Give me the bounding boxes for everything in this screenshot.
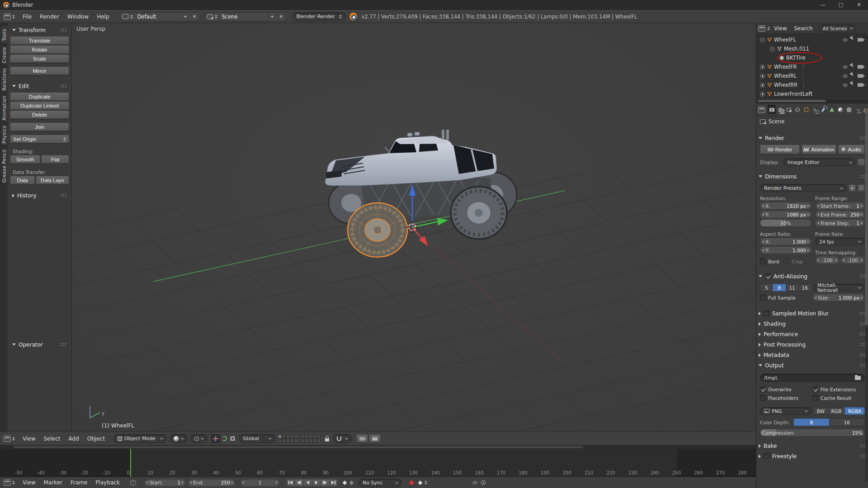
overwrite-checkbox[interactable]: Overwrite <box>760 386 811 392</box>
duplicate-linked-button[interactable]: Duplicate Linked <box>10 101 69 110</box>
pointer-icon[interactable] <box>849 63 856 70</box>
tab-relations[interactable]: Relations <box>0 66 8 93</box>
camera-icon[interactable] <box>858 74 863 78</box>
tab-material[interactable] <box>836 105 844 114</box>
viewport-3d[interactable]: y User Persp (1) WheelFL <box>72 23 756 432</box>
tab-render[interactable] <box>768 105 776 114</box>
view3d-menu-view[interactable]: View <box>19 436 39 442</box>
history-panel-header[interactable]: History <box>10 191 69 200</box>
keying-set-button[interactable] <box>341 478 348 487</box>
cache-result-checkbox[interactable]: Cache Result <box>812 395 851 401</box>
manipulator-rotate-toggle[interactable] <box>220 434 229 443</box>
remap-old-field[interactable]: :100 <box>815 256 840 264</box>
tab-scene[interactable] <box>785 105 793 114</box>
tab-modifiers[interactable] <box>819 105 827 114</box>
menu-render[interactable]: Render <box>36 14 63 20</box>
increment-icon[interactable] <box>182 481 184 484</box>
view3d-menu-add[interactable]: Add <box>65 436 83 442</box>
jump-to-end-button[interactable] <box>329 479 338 487</box>
aa-size-field[interactable]: Size:1.000 px <box>812 294 865 301</box>
current-frame-field[interactable]: 1 <box>240 479 280 487</box>
aa-samples-11[interactable]: 11 <box>786 284 798 291</box>
rotate-button[interactable]: Rotate <box>10 45 69 54</box>
eye-icon[interactable] <box>843 84 848 87</box>
pivot-dropdown[interactable] <box>190 434 208 443</box>
orientation-dropdown[interactable]: Global <box>239 434 275 443</box>
remap-new-field[interactable]: :100 <box>840 256 865 264</box>
animation-button[interactable]: Animation <box>802 145 836 154</box>
file-extensions-checkbox[interactable]: File Extensions <box>812 386 856 392</box>
editor-arrows-icon[interactable] <box>12 437 15 441</box>
editor-type-icon[interactable] <box>4 14 11 20</box>
decrement-icon[interactable] <box>190 481 192 484</box>
end-frame-field[interactable]: End: 250 <box>188 479 236 487</box>
tab-grease-pencil[interactable]: Grease Pencil <box>0 147 8 184</box>
depth-16[interactable]: 16 <box>829 418 865 426</box>
data-layout-button[interactable]: Data Layo <box>36 176 69 184</box>
drag-dots-icon[interactable] <box>60 343 66 347</box>
outliner-item-wheelfl[interactable]: WheelFL <box>756 35 868 44</box>
tab-create[interactable]: Create <box>0 45 8 65</box>
operator-panel-header[interactable]: Operator <box>10 340 69 349</box>
motion-blur-panel-header[interactable]: Sampled Motion Blur <box>756 309 868 318</box>
remove-preset-button[interactable]: – <box>858 184 865 192</box>
maximize-button[interactable]: □ <box>832 0 850 10</box>
keying-insert-button[interactable] <box>417 478 424 487</box>
menu-help[interactable]: Help <box>93 14 113 20</box>
auto-keyframe-record-button[interactable] <box>409 480 414 485</box>
scene-name[interactable]: Scene <box>219 14 267 20</box>
depth-8[interactable]: 8 <box>793 418 829 426</box>
channel-rgba[interactable]: RGBA <box>844 407 865 415</box>
start-frame-field[interactable]: Start Frame:1 <box>815 202 865 210</box>
expand-circle-icon[interactable] <box>760 74 765 79</box>
aspect-x-field[interactable]: X:1.000 <box>760 238 811 245</box>
scene-selector[interactable]: Scene + ✕ <box>205 12 287 21</box>
play-reverse-button[interactable] <box>303 479 312 487</box>
edit-panel-header[interactable]: Edit <box>10 81 69 91</box>
outliner-editor-icon[interactable] <box>758 25 765 32</box>
layer-1[interactable] <box>278 435 282 438</box>
play-button[interactable] <box>312 479 321 487</box>
post-processing-panel-header[interactable]: Post Processing <box>756 340 868 349</box>
tab-object[interactable] <box>802 105 810 114</box>
motion-blur-checkbox[interactable] <box>764 310 769 316</box>
add-scene-button[interactable]: + <box>269 13 276 20</box>
drag-dots-icon[interactable] <box>60 28 67 32</box>
output-panel-header[interactable]: Output <box>756 361 868 370</box>
resolution-y-field[interactable]: Y:1080 px <box>760 211 811 218</box>
outliner-item-bkttire[interactable]: BKTTire <box>756 53 868 62</box>
tab-tools[interactable]: Tools <box>0 26 8 44</box>
border-checkbox[interactable]: Bord <box>760 258 779 264</box>
aa-samples-16[interactable]: 16 <box>798 284 811 291</box>
tab-particles[interactable] <box>854 105 862 114</box>
tab-physics[interactable]: Physics <box>0 123 8 146</box>
set-origin-dropdown[interactable]: Set Origin <box>10 135 69 143</box>
camera-icon[interactable] <box>858 38 863 42</box>
screen-layout-selector[interactable]: Default + ✕ <box>120 12 200 21</box>
snap-dropdown[interactable] <box>333 434 352 443</box>
outliner-item-mesh011[interactable]: Mesh.011 <box>756 44 868 53</box>
end-frame-field[interactable]: End Frame:250 <box>815 211 865 218</box>
drag-dots-icon[interactable] <box>60 193 67 197</box>
freestyle-panel-header[interactable]: Freestyle <box>756 451 868 461</box>
bake-panel-header[interactable]: Bake <box>756 441 868 450</box>
timeline-menu-frame[interactable]: Frame <box>66 479 91 486</box>
tab-animation[interactable]: Animation <box>0 94 8 122</box>
view3d-editor-icon[interactable] <box>4 436 11 442</box>
scale-button[interactable]: Scale <box>10 54 69 63</box>
anti-aliasing-checkbox[interactable] <box>765 273 771 279</box>
expand-circle-icon[interactable] <box>760 92 765 97</box>
channel-bw[interactable]: BW <box>813 407 828 415</box>
viewport-shading-dropdown[interactable] <box>170 434 188 443</box>
add-layout-button[interactable]: + <box>182 13 189 20</box>
preview-range-toggle[interactable] <box>128 478 138 487</box>
lock-to-scene-toggle[interactable] <box>323 434 331 443</box>
tab-constraints[interactable] <box>811 105 819 114</box>
resolution-percent-slider[interactable]: 50% <box>760 219 811 227</box>
opengl-render-button[interactable] <box>356 434 368 443</box>
collapse-circle-icon[interactable] <box>770 47 775 52</box>
outliner-display-dropdown[interactable]: All Scenes <box>819 24 857 33</box>
jump-to-start-button[interactable] <box>286 479 295 487</box>
crop-checkbox[interactable]: Crop <box>783 258 803 264</box>
sync-mode-dropdown[interactable]: No Sync <box>359 479 402 487</box>
